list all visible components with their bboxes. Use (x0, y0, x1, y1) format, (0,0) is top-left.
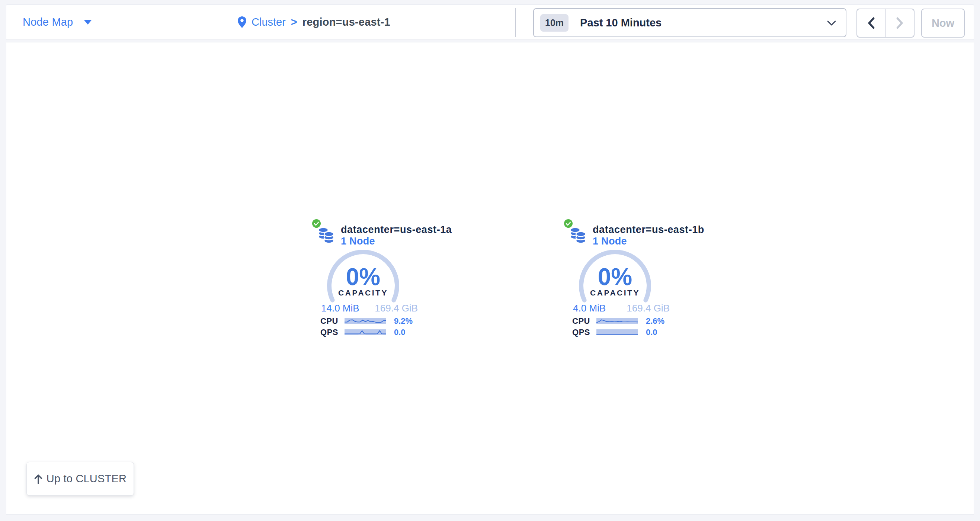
time-step-button-group (856, 8, 915, 38)
capacity-range: 14.0 MiB 169.4 GiB (321, 303, 418, 314)
chevron-right-icon (896, 17, 904, 29)
datacenter-title: datacenter=us-east-1a (341, 224, 452, 236)
capacity-total: 169.4 GiB (627, 303, 670, 314)
cpu-metric-row: CPU 9.2% (312, 318, 424, 325)
chevron-down-icon (827, 21, 836, 26)
cpu-sparkline-chart (597, 318, 638, 324)
datacenter-node-count[interactable]: 1 Node (341, 236, 375, 247)
cpu-label: CPU (564, 316, 590, 326)
node-map-canvas: datacenter=us-east-1a 1 Node 0% CAPACITY… (6, 42, 974, 515)
capacity-percent: 0% (325, 263, 401, 291)
topbar-divider (515, 8, 516, 37)
view-selector-label: Node Map (23, 16, 73, 28)
now-button[interactable]: Now (921, 8, 965, 38)
node-map-page: Node Map Cluster > region=us-east-1 10m … (0, 0, 980, 521)
qps-sparkline-chart (597, 329, 638, 335)
cpu-metric-row: CPU 2.6% (564, 318, 676, 325)
qps-metric-row: QPS 0.0 (564, 329, 676, 336)
datacenter-card-us-east-1a[interactable]: datacenter=us-east-1a 1 Node 0% CAPACITY… (312, 219, 424, 344)
breadcrumb: Cluster > region=us-east-1 (238, 5, 390, 40)
breadcrumb-separator: > (291, 16, 297, 28)
time-range-dropdown[interactable]: 10m Past 10 Minutes (533, 8, 846, 37)
time-range-label: Past 10 Minutes (580, 17, 662, 29)
datacenter-node-count[interactable]: 1 Node (593, 236, 627, 247)
qps-value: 0.0 (646, 328, 657, 337)
view-selector-dropdown[interactable]: Node Map (23, 5, 92, 40)
arrow-up-icon (34, 474, 43, 484)
breadcrumb-link-cluster[interactable]: Cluster (251, 16, 286, 28)
cpu-sparkline-chart (345, 318, 386, 324)
capacity-range: 4.0 MiB 169.4 GiB (573, 303, 670, 314)
capacity-label: CAPACITY (325, 288, 401, 297)
datacenter-card-us-east-1b[interactable]: datacenter=us-east-1b 1 Node 0% CAPACITY… (564, 219, 676, 344)
topbar: Node Map Cluster > region=us-east-1 10m … (6, 5, 974, 40)
up-to-cluster-label: Up to CLUSTER (46, 473, 127, 485)
qps-value: 0.0 (394, 328, 406, 337)
time-step-forward-button[interactable] (886, 9, 914, 37)
breadcrumb-current: region=us-east-1 (302, 16, 390, 28)
capacity-percent: 0% (577, 263, 653, 291)
time-step-back-button[interactable] (857, 9, 886, 37)
location-pin-icon (238, 16, 246, 28)
up-to-cluster-button[interactable]: Up to CLUSTER (26, 462, 134, 496)
capacity-used: 14.0 MiB (321, 303, 360, 314)
database-icon (569, 227, 587, 244)
capacity-used: 4.0 MiB (573, 303, 606, 314)
cpu-label: CPU (312, 316, 338, 326)
cpu-value: 2.6% (646, 316, 665, 326)
qps-label: QPS (312, 328, 338, 337)
qps-label: QPS (564, 328, 590, 337)
capacity-total: 169.4 GiB (375, 303, 418, 314)
chevron-left-icon (867, 17, 875, 29)
time-range-badge: 10m (540, 14, 568, 32)
datacenter-title: datacenter=us-east-1b (593, 224, 704, 236)
capacity-label: CAPACITY (577, 288, 653, 297)
database-icon (317, 227, 335, 244)
cpu-value: 9.2% (394, 316, 413, 326)
caret-down-icon (84, 20, 92, 25)
qps-metric-row: QPS 0.0 (312, 329, 424, 336)
qps-sparkline-chart (345, 329, 386, 335)
